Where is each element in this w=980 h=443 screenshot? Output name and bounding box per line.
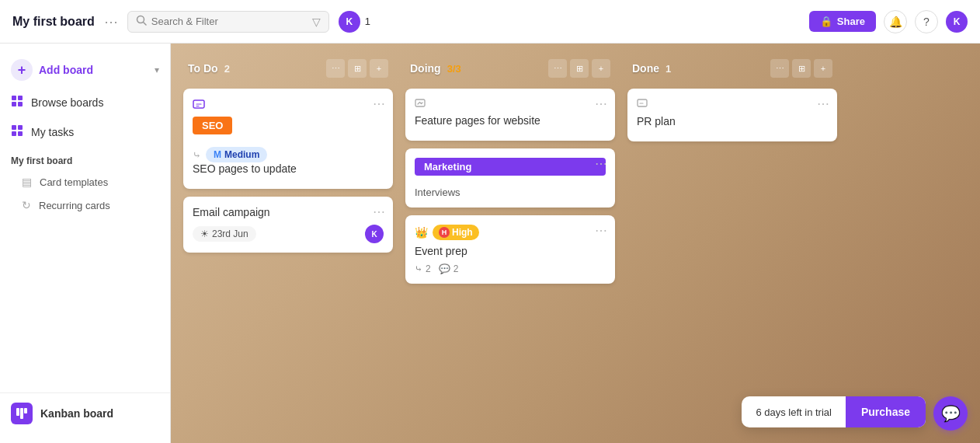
feature-pages-menu-icon[interactable]: ⋯ (595, 96, 607, 111)
share-button[interactable]: 🔒 Share (809, 11, 876, 32)
member-badge: K 1 (339, 11, 370, 33)
feature-pages-img-icon (415, 98, 426, 111)
purchase-button[interactable]: Purchase (846, 396, 926, 427)
sidebar-item-card-templates[interactable]: ▤ Card templates (0, 171, 170, 193)
board-area: To Do 2 ⋯ ⊞ + ⋯ SEO ⤷ (171, 44, 980, 443)
board-title: My first board (12, 15, 95, 29)
kanban-icon (11, 403, 33, 424)
card-templates-label: Card templates (40, 176, 108, 188)
browse-boards-icon (11, 95, 23, 110)
card-seo-img-icon (193, 98, 384, 113)
svg-rect-5 (18, 102, 23, 106)
card-templates-icon: ▤ (22, 176, 32, 188)
todo-title: To Do (188, 62, 218, 75)
trial-text: 6 days left in trial (742, 397, 846, 427)
doing-actions: ⋯ ⊞ + (548, 59, 610, 78)
column-todo: To Do 2 ⋯ ⊞ + ⋯ SEO ⤷ (183, 56, 393, 260)
card-email-menu-icon[interactable]: ⋯ (373, 204, 385, 219)
column-doing-header: Doing 3/3 ⋯ ⊞ + (405, 56, 615, 81)
svg-rect-8 (12, 131, 16, 136)
card-seo-menu-icon[interactable]: ⋯ (373, 96, 385, 111)
sidebar-item-my-tasks[interactable]: My tasks (0, 118, 170, 146)
event-prep-links: ⤷ 2 (415, 263, 431, 274)
todo-count: 2 (224, 63, 230, 75)
trial-bar: 6 days left in trial Purchase (742, 396, 926, 427)
lock-icon: 🔒 (820, 16, 832, 27)
add-board-icon: + (11, 59, 33, 81)
svg-rect-12 (24, 408, 27, 413)
card-feature-pages: ⋯ Feature pages for website (405, 89, 615, 141)
bell-icon: 🔔 (889, 16, 902, 28)
add-board-label: Add board (39, 64, 148, 76)
email-date: ☀ 23rd Jun (193, 226, 256, 242)
filter-icon[interactable]: ▽ (312, 16, 321, 28)
bell-button[interactable]: 🔔 (884, 10, 907, 33)
svg-rect-9 (18, 131, 23, 136)
pr-plan-img-icon (637, 98, 648, 112)
todo-grid-icon[interactable]: ⊞ (348, 59, 367, 78)
main-layout: + Add board ▾ Browse boards My tasks My … (0, 44, 980, 443)
recurring-cards-icon: ↻ (22, 199, 31, 211)
sidebar-kanban-board[interactable]: Kanban board (0, 392, 170, 434)
h-badge: H (439, 227, 450, 238)
sidebar-item-browse-boards[interactable]: Browse boards (0, 89, 170, 117)
user-avatar[interactable]: K (946, 11, 968, 33)
done-title: Done (632, 62, 659, 75)
done-add-icon[interactable]: + (814, 59, 832, 78)
done-actions: ⋯ ⊞ + (770, 59, 832, 78)
link-icon: ⤷ (415, 263, 422, 274)
doing-more-icon[interactable]: ⋯ (548, 59, 567, 78)
seo-medium-badge: M Medium (206, 147, 267, 162)
sun-icon: ☀ (200, 228, 209, 239)
svg-rect-2 (12, 96, 16, 100)
board-content: To Do 2 ⋯ ⊞ + ⋯ SEO ⤷ (171, 44, 980, 443)
done-grid-icon[interactable]: ⊞ (792, 59, 811, 78)
chevron-down-icon: ▾ (155, 65, 159, 75)
svg-rect-7 (18, 125, 23, 130)
avatar: K (339, 11, 360, 33)
member-count: 1 (365, 16, 370, 27)
seo-link-icon: ⤷ (193, 149, 201, 161)
todo-add-icon[interactable]: + (370, 59, 388, 78)
svg-rect-11 (20, 408, 23, 419)
doing-grid-icon[interactable]: ⊞ (570, 59, 589, 78)
help-button[interactable]: ? (915, 10, 938, 33)
search-bar: ▽ (127, 11, 329, 33)
card-seo: ⋯ SEO ⤷ M Medium SEO pages to update (183, 89, 393, 189)
chat-icon: 💬 (941, 404, 961, 423)
column-doing: Doing 3/3 ⋯ ⊞ + ⋯ Fea (405, 56, 615, 291)
card-event-prep: ⋯ 👑 H High Event prep ⤷ 2 (405, 215, 615, 284)
doing-count: 3/3 (447, 63, 461, 75)
email-avatar: K (365, 225, 384, 243)
kanban-label: Kanban board (40, 407, 113, 420)
card-marketing: ⋯ Marketing Interviews (405, 148, 615, 208)
pr-plan-menu-icon[interactable]: ⋯ (817, 96, 829, 111)
browse-boards-label: Browse boards (31, 96, 103, 109)
card-pr-plan: ⋯ PR plan (627, 89, 837, 141)
sidebar: + Add board ▾ Browse boards My tasks My … (0, 44, 171, 443)
svg-rect-3 (18, 96, 23, 100)
marketing-menu-icon[interactable]: ⋯ (595, 156, 607, 171)
search-input[interactable] (151, 16, 308, 27)
add-board-item[interactable]: + Add board ▾ (0, 53, 170, 87)
svg-rect-4 (12, 102, 16, 106)
card-email: ⋯ Email campaign ☀ 23rd Jun K (183, 197, 393, 253)
high-priority-badge: H High (433, 225, 479, 240)
done-more-icon[interactable]: ⋯ (770, 59, 789, 78)
section-title: My first board (0, 148, 170, 169)
svg-rect-10 (16, 408, 19, 416)
doing-add-icon[interactable]: + (592, 59, 610, 78)
sidebar-item-recurring-cards[interactable]: ↻ Recurring cards (0, 194, 170, 216)
marketing-subtitle: Interviews (415, 187, 606, 198)
header-menu-icon[interactable]: ⋯ (104, 13, 118, 30)
svg-rect-6 (12, 125, 16, 130)
email-footer: ☀ 23rd Jun K (193, 225, 384, 243)
todo-actions: ⋯ ⊞ + (326, 59, 388, 78)
todo-more-icon[interactable]: ⋯ (326, 59, 345, 78)
event-prep-menu-icon[interactable]: ⋯ (595, 223, 607, 238)
chat-bubble-button[interactable]: 💬 (933, 396, 968, 431)
seo-tag: SEO (193, 117, 232, 134)
my-tasks-icon (11, 124, 23, 140)
event-prep-stats: ⤷ 2 💬 2 (415, 263, 606, 274)
done-count: 1 (665, 63, 671, 75)
